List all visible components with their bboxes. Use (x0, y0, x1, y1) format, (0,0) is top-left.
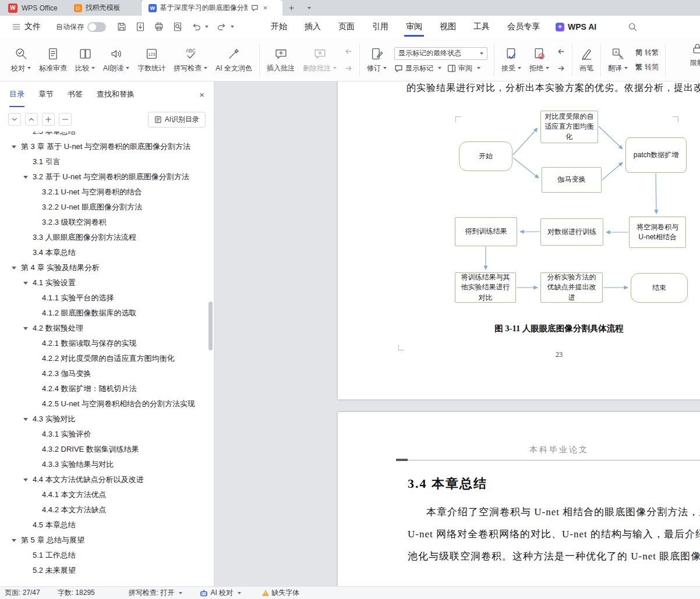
tab-page[interactable]: 页面 (330, 17, 363, 36)
ai-recognize-toc-button[interactable]: AI识别目录 (148, 112, 206, 127)
previous-change-button[interactable] (556, 46, 567, 57)
toc-item[interactable]: 3.3 人眼眼底图像分割方法流程 (0, 230, 209, 245)
undo-button[interactable] (190, 20, 210, 33)
toc-item[interactable]: 第 4 章 实验及结果分析 (0, 260, 209, 275)
toc-item[interactable]: 4.4 本文方法优缺点分析以及改进 (0, 472, 209, 487)
print-preview-button[interactable] (171, 20, 184, 33)
export-button[interactable] (134, 20, 147, 33)
save-button[interactable] (115, 20, 128, 33)
accept-button[interactable]: 接受 (497, 41, 525, 79)
standard-review-button[interactable]: 标准审查 (35, 41, 71, 79)
markup-state-select[interactable]: 显示标记的最终状态 (394, 47, 487, 60)
page-1[interactable]: 的实验结果进行对比，分析出本实验方案的优劣。依据分析，提出改进 (338, 81, 700, 399)
toc-item[interactable]: 4.2.1 数据读取与保存的实现 (0, 336, 209, 351)
pen-button[interactable]: 画笔 (575, 41, 598, 79)
toc-item[interactable]: 4.3 实验对比 (0, 412, 209, 427)
translate-button[interactable]: A文 翻译 (604, 41, 632, 79)
toc-item[interactable]: 第 5 章 总结与展望 (0, 533, 209, 548)
redo-button[interactable] (215, 20, 235, 33)
tab-find-replace[interactable]: 查找和替换 (97, 89, 135, 100)
toc-item[interactable]: 5.2 未来展望 (0, 563, 209, 578)
tab-contents[interactable]: 目录 (9, 89, 24, 100)
spell-check-button[interactable]: ABC 拼写检查 (169, 41, 211, 79)
tab-chapters[interactable]: 章节 (38, 89, 54, 100)
caret-down-icon[interactable] (12, 146, 21, 148)
word-count-indicator[interactable]: 字数: 18295 (58, 588, 95, 598)
review-pane-button[interactable]: 审阅 (447, 63, 480, 73)
toc-item[interactable]: 4.3.3 实验结果与对比 (0, 457, 209, 472)
caret-down-icon[interactable] (23, 282, 33, 285)
autosave-toggle[interactable] (87, 22, 106, 32)
page-2[interactable]: 本科毕业论文 3.4 本章总结 本章介绍了空洞卷积与 U-net 相结合的眼底图… (338, 412, 700, 586)
print-button[interactable] (153, 20, 165, 33)
toc-item[interactable]: 4.2.3 伽马变换 (0, 366, 209, 381)
track-changes-button[interactable]: 修订 (363, 41, 391, 79)
previous-comment-button[interactable] (343, 46, 354, 57)
toc-item[interactable]: 4.5 本章总结 (0, 518, 209, 533)
toc-item[interactable]: 第 3 章 基于 U-net 与空洞卷积的眼底图像分割方法 (0, 139, 209, 154)
show-markup-button[interactable]: 显示标记 (394, 63, 441, 73)
caret-down-icon[interactable] (23, 418, 33, 421)
toc-item[interactable]: 4.2 数据预处理 (0, 321, 209, 336)
search-button[interactable] (625, 20, 640, 34)
expand-all-button[interactable] (8, 113, 21, 126)
spell-check-status[interactable]: 拼写检查: 打开 (129, 588, 183, 598)
next-comment-button[interactable] (343, 63, 354, 74)
tab-template-store[interactable]: D 找稻壳模板 (68, 0, 142, 16)
toc-item[interactable]: 3.1 引言 (0, 154, 209, 169)
ai-read-button[interactable]: AI朗读 (99, 41, 133, 79)
caret-down-icon[interactable] (23, 479, 33, 481)
tab-reference[interactable]: 引用 (363, 17, 397, 36)
insert-comment-button[interactable]: 插入批注 (263, 41, 299, 79)
ai-polish-button[interactable]: AI 全文润色 (211, 41, 256, 79)
toc-item[interactable]: 3.4 本章总结 (0, 245, 209, 260)
close-tab-icon[interactable]: × (262, 3, 269, 12)
to-simplified-button[interactable]: 繁 转简 (635, 62, 659, 72)
tab-document[interactable]: W 基于深度学习的眼底图像分割 × (142, 0, 282, 16)
toc-item[interactable]: 4.4.2 本文方法缺点 (0, 502, 209, 518)
caret-down-icon[interactable] (23, 327, 33, 330)
toc-item[interactable]: 5.1 工作总结 (0, 548, 209, 563)
sidebar-scrollbar[interactable] (208, 302, 213, 350)
delete-comment-button[interactable]: 删除批注 (299, 41, 341, 79)
toc-item[interactable]: 3.2 基于 U-net 与空洞卷积的眼底图像分割方法 (0, 169, 209, 185)
tab-bookmarks[interactable]: 书签 (68, 89, 83, 100)
proofread-button[interactable]: 校对 (7, 41, 35, 79)
toc-item[interactable]: 4.2.5 U-net 与空洞卷积相结合的分割方法实现 (0, 396, 209, 412)
caret-down-icon[interactable] (12, 539, 21, 542)
ai-proofread-status[interactable]: AI 校对 (200, 588, 241, 598)
toc-item[interactable]: 3.2.1 U-net 与空洞卷积的结合 (0, 185, 209, 200)
compare-button[interactable]: 比较 (71, 41, 99, 79)
toc-item[interactable]: 3.2.3 级联空洞卷积 (0, 215, 209, 230)
file-menu[interactable]: 文件 (7, 19, 45, 34)
document-canvas[interactable]: 的实验结果进行对比，分析出本实验方案的优劣。依据分析，提出改进 (214, 81, 700, 586)
toc-item[interactable]: 4.1 实验设置 (0, 275, 209, 290)
caret-down-icon[interactable] (12, 267, 21, 270)
tab-insert[interactable]: 插入 (296, 17, 330, 36)
toc-item[interactable]: 4.1.2 眼底图像数据库的选取 (0, 306, 209, 321)
caret-down-icon[interactable] (23, 176, 33, 179)
toc-item[interactable]: 4.4.1 本文方法优点 (0, 487, 209, 502)
close-pane-icon[interactable]: × (199, 90, 204, 100)
toc-item[interactable]: 4.2.2 对比度受限的自适应直方图均衡化 (0, 351, 209, 366)
page-indicator[interactable]: 页面: 27/47 (5, 588, 40, 598)
next-change-button[interactable] (556, 63, 567, 74)
wps-home-button[interactable]: W WPS Office (0, 0, 68, 16)
toc-item[interactable]: 4.3.2 DRIVE 数据集训练结果 (0, 442, 209, 457)
toc-item[interactable]: 4.3.1 实验评价 (0, 427, 209, 442)
reject-button[interactable]: 拒绝 (525, 41, 553, 79)
to-traditional-button[interactable]: 简 转繁 (635, 48, 659, 58)
restrict-edit-button[interactable]: 限制 (686, 41, 700, 69)
tab-view[interactable]: 视图 (431, 17, 465, 36)
toc-item[interactable]: 4.2.4 数据扩增：随机切片法 (0, 381, 209, 396)
tab-review[interactable]: 审阅 (397, 17, 431, 36)
tab-tools[interactable]: 工具 (465, 17, 499, 36)
new-tab-button[interactable]: ＋ (282, 0, 300, 16)
tab-home[interactable]: 开始 (262, 17, 296, 36)
tab-member[interactable]: 会员专享 (499, 17, 549, 36)
decrease-level-button[interactable] (59, 113, 72, 126)
tab-list-chevron[interactable] (300, 0, 316, 16)
toc-item[interactable]: 4.1.1 实验平台的选择 (0, 290, 209, 306)
word-count-button[interactable]: 123 字数统计 (133, 41, 169, 79)
wps-ai-button[interactable]: ✦ WPS AI (549, 18, 603, 36)
